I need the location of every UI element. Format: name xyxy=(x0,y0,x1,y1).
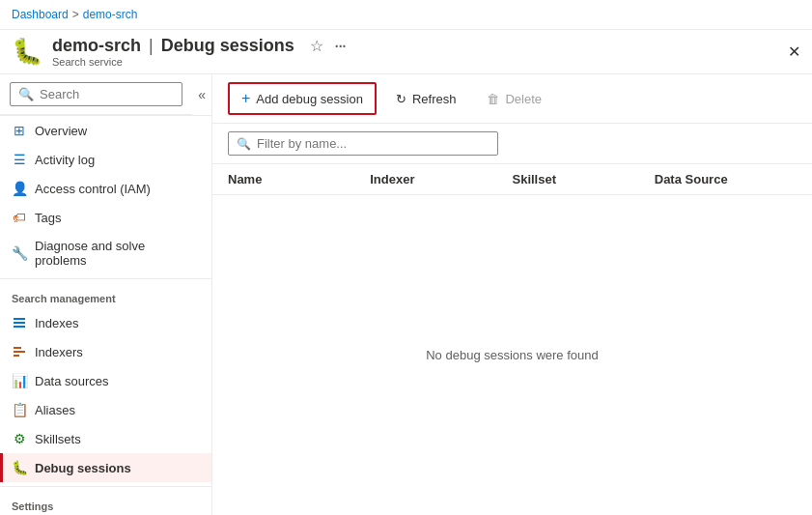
indexers-icon xyxy=(12,344,27,359)
sidebar-label-tags: Tags xyxy=(35,211,61,225)
svg-rect-2 xyxy=(14,326,25,328)
filter-input-box[interactable]: 🔍 xyxy=(228,131,498,156)
sidebar-item-tags[interactable]: 🏷 Tags xyxy=(0,203,211,232)
sidebar-item-overview[interactable]: ⊞ Overview xyxy=(0,116,211,145)
search-management-label: Search management xyxy=(0,283,211,308)
sidebar-search-container: 🔍 xyxy=(0,74,192,115)
content-toolbar: + Add debug session ↻ Refresh 🗑 Delete xyxy=(212,74,812,124)
refresh-button[interactable]: ↻ Refresh xyxy=(384,86,468,112)
service-icon: 🐛 xyxy=(12,37,42,68)
col-header-name[interactable]: Name xyxy=(228,172,370,186)
svg-rect-0 xyxy=(14,318,25,320)
tags-icon: 🏷 xyxy=(12,210,27,225)
delete-label: Delete xyxy=(505,92,542,106)
data-sources-icon: 📊 xyxy=(12,373,27,388)
main-content: + Add debug session ↻ Refresh 🗑 Delete 🔍… xyxy=(212,74,812,515)
sidebar-item-skillsets[interactable]: ⚙ Skillsets xyxy=(0,424,211,453)
sidebar-label-access-control: Access control (IAM) xyxy=(35,182,151,196)
sidebar-divider-1 xyxy=(0,278,211,279)
debug-sessions-icon: 🐛 xyxy=(12,460,27,475)
empty-message: No debug sessions were found xyxy=(426,348,599,362)
svg-rect-5 xyxy=(14,355,19,357)
star-icon[interactable]: ☆ xyxy=(310,37,323,55)
page-title: Debug sessions xyxy=(161,36,294,56)
header-subtitle: Search service xyxy=(52,56,346,68)
breadcrumb-separator: > xyxy=(72,8,79,21)
col-header-indexer[interactable]: Indexer xyxy=(370,172,512,186)
main-layout: 🔍 « ⊞ Overview ☰ Activity log 👤 Acc xyxy=(0,74,812,515)
breadcrumb-bar: Dashboard > demo-srch xyxy=(0,0,812,30)
sidebar-search-box[interactable]: 🔍 xyxy=(10,82,182,106)
sidebar-divider-2 xyxy=(0,486,211,487)
service-name: demo-srch xyxy=(52,36,141,56)
settings-label: Settings xyxy=(0,491,211,515)
overview-icon: ⊞ xyxy=(12,123,27,138)
sidebar-collapse-area: « xyxy=(192,79,211,110)
sidebar-item-indexes[interactable]: Indexes xyxy=(0,308,211,337)
svg-rect-3 xyxy=(14,347,21,349)
filter-input[interactable] xyxy=(257,136,490,151)
sidebar-label-skillsets: Skillsets xyxy=(35,432,81,446)
search-icon: 🔍 xyxy=(18,87,34,101)
refresh-icon: ↻ xyxy=(396,92,406,106)
sidebar-label-data-sources: Data sources xyxy=(35,374,109,388)
skillsets-icon: ⚙ xyxy=(12,431,27,446)
sidebar-label-indexers: Indexers xyxy=(35,345,83,359)
table-body: No debug sessions were found xyxy=(212,195,812,515)
delete-button[interactable]: 🗑 Delete xyxy=(475,86,553,112)
diagnose-icon: 🔧 xyxy=(12,245,27,261)
breadcrumb-dashboard[interactable]: Dashboard xyxy=(12,8,69,21)
more-icon[interactable]: ··· xyxy=(335,39,347,54)
add-debug-session-button[interactable]: + Add debug session xyxy=(228,82,377,115)
svg-rect-1 xyxy=(14,322,25,324)
filter-bar: 🔍 xyxy=(212,124,812,164)
activity-log-icon: ☰ xyxy=(12,152,27,167)
breadcrumb: Dashboard > demo-srch xyxy=(12,8,137,21)
col-header-skillset[interactable]: Skillset xyxy=(513,172,655,186)
sidebar-label-diagnose: Diagnose and solve problems xyxy=(35,239,200,268)
sidebar-item-data-sources[interactable]: 📊 Data sources xyxy=(0,366,211,395)
sidebar-search-wrap: 🔍 xyxy=(0,74,192,115)
header-title-group: demo-srch | Debug sessions ☆ ··· Search … xyxy=(52,36,346,68)
sidebar-item-diagnose[interactable]: 🔧 Diagnose and solve problems xyxy=(0,232,211,274)
sidebar-collapse-button[interactable]: « xyxy=(198,87,206,102)
sidebar-label-indexes: Indexes xyxy=(35,316,79,330)
filter-search-icon: 🔍 xyxy=(237,137,251,151)
add-debug-session-label: Add debug session xyxy=(256,92,363,106)
sidebar-label-aliases: Aliases xyxy=(35,403,75,417)
sidebar-item-debug-sessions[interactable]: 🐛 Debug sessions xyxy=(0,453,211,482)
close-icon[interactable]: ✕ xyxy=(788,43,800,61)
sidebar: 🔍 « ⊞ Overview ☰ Activity log 👤 Acc xyxy=(0,74,212,515)
svg-rect-4 xyxy=(14,351,25,353)
sidebar-label-activity-log: Activity log xyxy=(35,153,95,167)
indexes-icon xyxy=(12,315,27,330)
sidebar-item-activity-log[interactable]: ☰ Activity log xyxy=(0,145,211,174)
sidebar-item-access-control[interactable]: 👤 Access control (IAM) xyxy=(0,174,211,203)
sidebar-top: 🔍 « xyxy=(0,74,211,116)
sidebar-label-overview: Overview xyxy=(35,124,87,138)
access-control-icon: 👤 xyxy=(12,181,27,196)
search-input[interactable] xyxy=(40,87,174,101)
sidebar-label-debug-sessions: Debug sessions xyxy=(35,461,131,475)
header-separator: | xyxy=(149,36,154,56)
header-actions: ✕ xyxy=(772,43,800,61)
table-header: Name Indexer Skillset Data Source xyxy=(212,164,812,195)
page-header: 🐛 demo-srch | Debug sessions ☆ ··· Searc… xyxy=(0,30,812,74)
sidebar-item-indexers[interactable]: Indexers xyxy=(0,337,211,366)
refresh-label: Refresh xyxy=(412,92,457,106)
sidebar-item-aliases[interactable]: 📋 Aliases xyxy=(0,395,211,424)
delete-icon: 🗑 xyxy=(487,92,499,106)
breadcrumb-service[interactable]: demo-srch xyxy=(83,8,138,21)
col-header-data-source[interactable]: Data Source xyxy=(655,172,797,186)
plus-icon: + xyxy=(241,90,250,107)
aliases-icon: 📋 xyxy=(12,402,27,417)
sidebar-scroll-area: ⊞ Overview ☰ Activity log 👤 Access contr… xyxy=(0,116,211,515)
